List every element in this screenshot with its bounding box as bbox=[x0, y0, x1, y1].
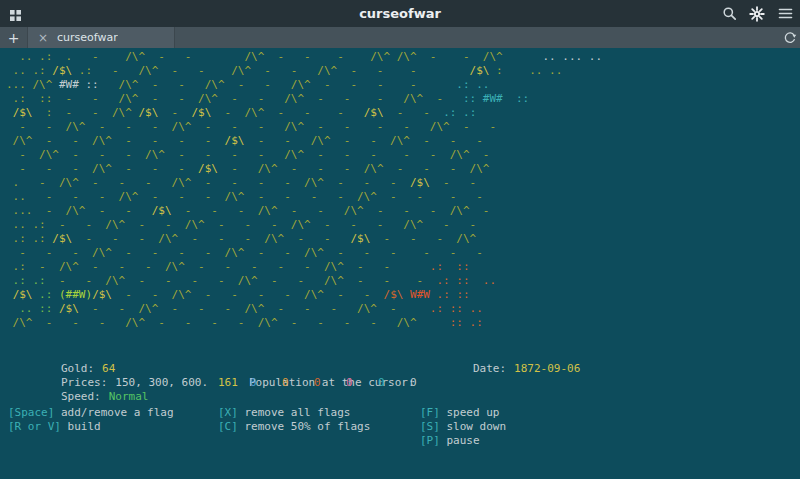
keybinding-row-2: [R or V] build[C] remove 50% of flags[S]… bbox=[0, 420, 800, 434]
population-value: 0 bbox=[378, 376, 410, 390]
status-row-speed-popvalues: Speed:Normal 161000000 bbox=[0, 376, 800, 390]
map-line: ... /\^ #W# :: /\^ - - /\^ - - /\^ - - -… bbox=[6, 78, 602, 92]
keybinding: [P] pause bbox=[420, 434, 480, 448]
tab-close-icon[interactable]: × bbox=[38, 32, 48, 44]
map-line: - - - /\^ - - - /$\ - /\^ - - - /\^ - - … bbox=[6, 162, 602, 176]
map-line: .: .: /$\ - - - /\^ - - - /\^ - - /$\ - … bbox=[6, 232, 602, 246]
status-row-gold-date: Gold:64 Date:1872-09-06 bbox=[0, 348, 800, 362]
keybinding: [C] remove 50% of flags bbox=[218, 420, 370, 434]
map-line: - - /\^ - - - /\^ - - - /\^ - - - - /\^ … bbox=[6, 120, 602, 134]
map-line: .. - - - /\^ - - - /\^ - - - - /\^ - - -… bbox=[6, 190, 602, 204]
terminal-screen[interactable]: .. .: . - /\^ - - /\^ - - - /\^ /\^ - - … bbox=[0, 48, 800, 479]
tab-label: curseofwar bbox=[57, 31, 118, 44]
titlebar: curseofwar bbox=[0, 0, 800, 27]
tab-curseofwar[interactable]: × curseofwar bbox=[27, 27, 175, 48]
map-line: /$\ .: (##W)/$\ - - /\^ - - - - /\^ - - … bbox=[6, 288, 602, 302]
map-line: .: - /\^ - - - /\^ - - - - - /\^ - - .: … bbox=[6, 260, 602, 274]
titlebar-actions bbox=[720, 0, 794, 27]
population-value: 161 bbox=[218, 376, 250, 390]
map-line: - /\^ - - - /\^ - - - - /\^ - - - - - /\… bbox=[6, 148, 602, 162]
keybinding-row-1: [Space] add/remove a flag[X] remove all … bbox=[0, 406, 800, 420]
tabbar: + × curseofwar bbox=[0, 27, 800, 48]
map-line: - - - /\^ - - - - /\^ - - /\^ - - - - - … bbox=[6, 246, 602, 260]
speed-value: Normal bbox=[109, 390, 149, 403]
map-line: /\^ - - /\^ - - - - /$\ - - /\^ - - /\^ … bbox=[6, 134, 602, 148]
keybinding: [S] slow down bbox=[420, 420, 506, 434]
keybinding: [Space] add/remove a flag bbox=[8, 406, 174, 420]
population-value: 0 bbox=[250, 376, 282, 390]
status-row-prices-population: Prices:150, 300, 600. Population at the … bbox=[0, 362, 800, 376]
map-line: . - /\^ - - - /\^ - - - - /\^ - - - /$\ … bbox=[6, 176, 602, 190]
map-line: .. .: - - /\^ - - /\^ - - - /\^ - - - /\… bbox=[6, 218, 602, 232]
population-values: 161000000 bbox=[218, 376, 442, 390]
terminal-map: .. .: . - /\^ - - /\^ - - - /\^ /\^ - - … bbox=[6, 50, 602, 330]
window-title: curseofwar bbox=[0, 0, 800, 27]
new-tab-button[interactable]: + bbox=[0, 27, 27, 48]
population-value: 0 bbox=[346, 376, 378, 390]
refresh-icon[interactable] bbox=[783, 27, 797, 48]
terminal-window: curseofwar bbox=[0, 0, 800, 479]
map-line: ... - /\^ - - /$\ - - - /\^ - - /\^ - - … bbox=[6, 204, 602, 218]
keybinding: [R or V] build bbox=[8, 420, 101, 434]
speed-label: Speed: bbox=[61, 390, 101, 403]
settings-gear-icon[interactable] bbox=[748, 5, 766, 23]
map-line: /\^ - - - /\^ - - - - /\^ - - - - /\^ ::… bbox=[6, 316, 602, 330]
map-line: .: .: - - /\^ - - - - /\^ - - /\^ - - - … bbox=[6, 274, 602, 288]
population-value: 0 bbox=[410, 376, 442, 390]
search-icon[interactable] bbox=[720, 5, 738, 23]
keybinding: [F] speed up bbox=[420, 406, 499, 420]
menu-hamburger-icon[interactable] bbox=[776, 5, 794, 23]
map-line: .. .: . - /\^ - - /\^ - - - /\^ /\^ - - … bbox=[6, 50, 602, 64]
map-line: .: :: - - /\^ - - /\^ - - /\^ - - - /\^ … bbox=[6, 92, 602, 106]
population-value: 0 bbox=[314, 376, 346, 390]
keybinding: [X] remove all flags bbox=[218, 406, 350, 420]
population-value: 0 bbox=[282, 376, 314, 390]
map-line: .. :: /$\ - - /\^ - - - /\^ - - - /\^ - … bbox=[6, 302, 602, 316]
map-line: .. .: /$\ .: - /\^ - - /\^ - - /\^ - - -… bbox=[6, 64, 602, 78]
keybinding-row-3: [P] pause bbox=[0, 434, 800, 448]
map-line: /$\ : - - /\^ /$\ - /$\ - /\^ - - - /$\ … bbox=[6, 106, 602, 120]
